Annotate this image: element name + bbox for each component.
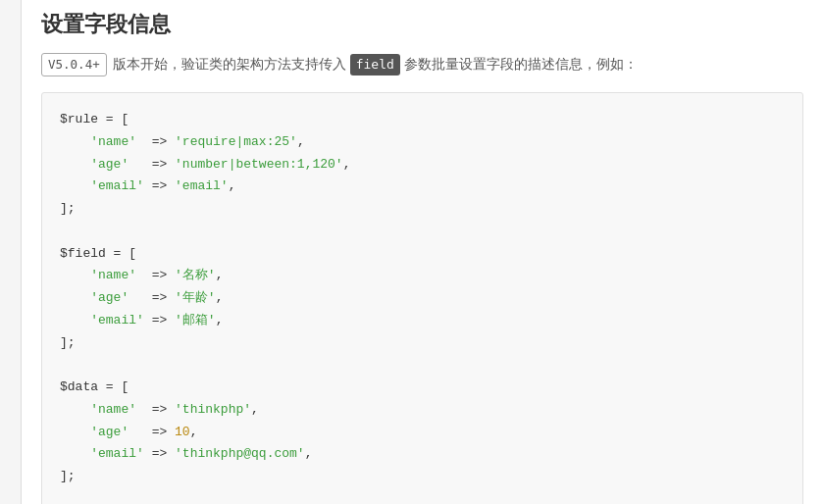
page-wrapper: 设置字段信息 V5.0.4+ 版本开始，验证类的架构方法支持传入 field 参… xyxy=(0,0,823,504)
left-sidebar xyxy=(0,0,22,504)
page-title: 设置字段信息 xyxy=(41,10,803,39)
code-block: $rule = [ 'name' => 'require|max:25', 'a… xyxy=(41,92,803,504)
version-badge: V5.0.4+ xyxy=(41,53,107,76)
field-keyword: field xyxy=(350,54,400,76)
notice-text-after: 参数批量设置字段的描述信息，例如： xyxy=(404,54,638,76)
notice-text-before: 版本开始，验证类的架构方法支持传入 xyxy=(113,54,346,76)
main-content: 设置字段信息 V5.0.4+ 版本开始，验证类的架构方法支持传入 field 参… xyxy=(22,0,823,504)
version-notice: V5.0.4+ 版本开始，验证类的架构方法支持传入 field 参数批量设置字段… xyxy=(41,53,803,76)
